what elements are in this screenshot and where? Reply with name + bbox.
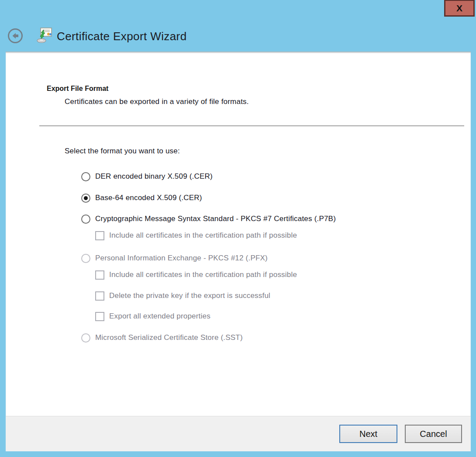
- wizard-page-export-file-format: Export File Format Certificates can be e…: [6, 52, 471, 416]
- checkbox-delete-private-key: Delete the private key if the export is …: [95, 291, 270, 301]
- radio-label: Base-64 encoded X.509 (.CER): [95, 194, 202, 202]
- checkbox-include-path-pkcs7: Include all certificates in the certific…: [95, 230, 297, 241]
- checkbox-icon: [95, 312, 104, 321]
- radio-icon[interactable]: [81, 215, 90, 224]
- checkbox-label: Delete the private key if the export is …: [109, 291, 270, 300]
- close-button[interactable]: x: [444, 0, 475, 17]
- radio-option-der-cer[interactable]: DER encoded binary X.509 (.CER): [81, 171, 213, 182]
- radio-selected-icon[interactable]: [81, 194, 90, 203]
- page-subheading: Certificates can be exported in a variet…: [65, 97, 249, 106]
- checkbox-icon: [95, 231, 104, 240]
- radio-label: Microsoft Serialized Certificate Store (…: [95, 333, 243, 342]
- page-heading: Export File Format: [47, 85, 108, 93]
- next-button[interactable]: Next: [339, 425, 397, 443]
- radio-option-pkcs7[interactable]: Cryptographic Message Syntax Standard - …: [81, 214, 336, 224]
- radio-label: DER encoded binary X.509 (.CER): [95, 172, 213, 181]
- dialog-footer: Next Cancel: [6, 416, 471, 451]
- checkbox-label: Include all certificates in the certific…: [109, 270, 297, 279]
- back-arrow-icon: [11, 31, 20, 40]
- checkbox-label: Export all extended properties: [109, 312, 210, 321]
- checkbox-label: Include all certificates in the certific…: [109, 231, 297, 240]
- radio-icon[interactable]: [81, 172, 90, 181]
- checkbox-export-extended-properties: Export all extended properties: [95, 311, 210, 322]
- certificate-export-wizard-dialog: x Certificate Export Wizard Export File …: [0, 0, 476, 457]
- cancel-button[interactable]: Cancel: [405, 425, 462, 443]
- select-format-label: Select the format you want to use:: [65, 147, 180, 156]
- radio-icon: [81, 254, 90, 263]
- radio-label: Personal Information Exchange - PKCS #12…: [95, 254, 268, 263]
- radio-option-pfx: Personal Information Exchange - PKCS #12…: [81, 253, 268, 263]
- radio-label: Cryptographic Message Syntax Standard - …: [95, 215, 336, 223]
- radio-icon: [81, 333, 90, 343]
- radio-option-sst: Microsoft Serialized Certificate Store (…: [81, 332, 243, 343]
- radio-option-base64-cer[interactable]: Base-64 encoded X.509 (.CER): [81, 193, 202, 203]
- checkbox-icon: [95, 270, 104, 280]
- checkbox-icon: [95, 291, 104, 301]
- back-button[interactable]: [8, 28, 23, 43]
- checkbox-include-path-pfx: Include all certificates in the certific…: [95, 270, 297, 280]
- page-title: Certificate Export Wizard: [57, 30, 187, 43]
- divider: [39, 125, 464, 126]
- certificate-export-wizard-icon: [37, 27, 52, 45]
